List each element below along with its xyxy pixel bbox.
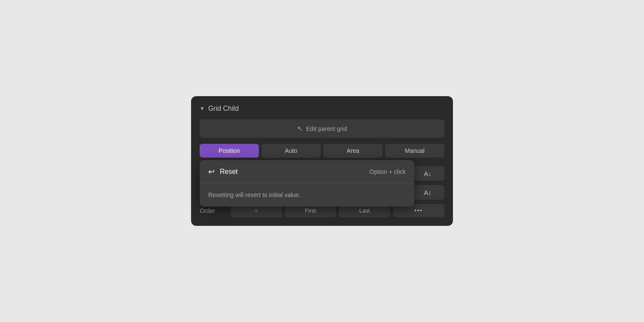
align-auto-button[interactable]: A↓ <box>411 166 444 181</box>
tab-area[interactable]: Area <box>323 144 383 158</box>
edit-parent-grid-button[interactable]: ↖ Edit parent grid <box>200 119 444 138</box>
panel-title: Grid Child <box>208 105 239 112</box>
grid-child-panel: ▼ Grid Child ↖ Edit parent grid Position… <box>191 96 453 226</box>
reset-label: Reset <box>220 168 238 176</box>
order-label: Order <box>200 207 227 214</box>
tabs-row: Position Auto Area Manual ↩ Reset Option… <box>200 144 444 158</box>
reset-icon: ↩ <box>208 167 215 176</box>
edit-parent-label: Edit parent grid <box>306 125 347 132</box>
reset-left: ↩ Reset <box>208 167 238 176</box>
panel-header: ▼ Grid Child <box>191 96 453 119</box>
reset-shortcut: Option + click <box>370 168 406 175</box>
panel-body: ↖ Edit parent grid Position Auto Area Ma… <box>191 119 453 217</box>
tooltip-description: Resetting will revert to initial value. <box>200 184 414 207</box>
collapse-icon[interactable]: ▼ <box>200 106 205 112</box>
justify-auto-button[interactable]: A↕ <box>411 185 444 200</box>
edit-parent-icon: ↖ <box>297 125 303 133</box>
reset-row: ↩ Reset Option + click <box>200 160 414 184</box>
tab-position[interactable]: Position <box>200 144 259 158</box>
reset-tooltip: ↩ Reset Option + click Resetting will re… <box>200 160 414 207</box>
tab-auto[interactable]: Auto <box>261 144 321 158</box>
tab-manual[interactable]: Manual <box>385 144 444 158</box>
